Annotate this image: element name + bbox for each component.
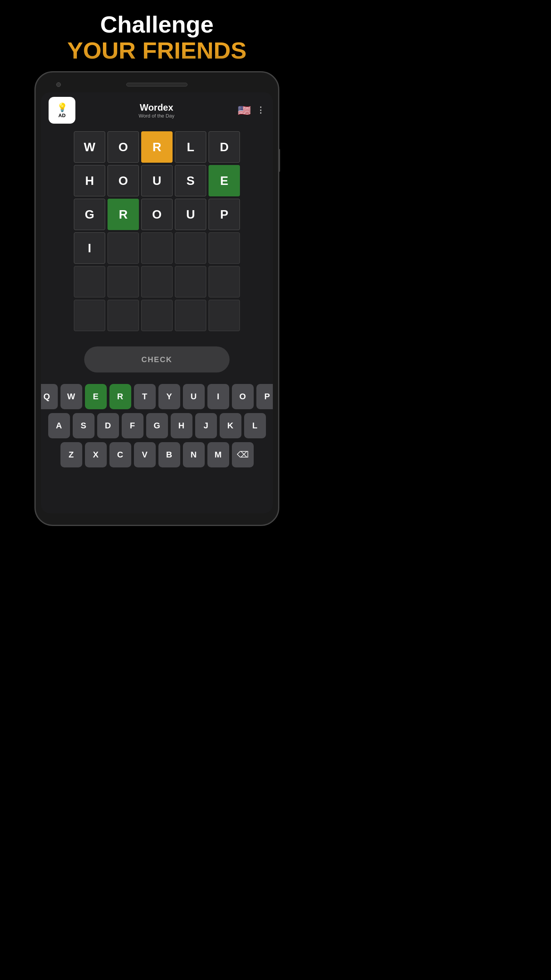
app-screen: 💡 AD Wordex Word of the Day 🇺🇸 ⋮ WORLDHO… [41, 92, 273, 513]
game-grid: WORLDHOUSEGROUPI [41, 127, 273, 335]
key-g[interactable]: G [146, 413, 168, 438]
check-button-wrap: CHECK [41, 335, 273, 380]
grid-cell-3-0: I [74, 232, 105, 264]
key-t[interactable]: T [134, 384, 156, 409]
grid-cell-5-2 [141, 300, 173, 331]
key-f[interactable]: F [122, 413, 143, 438]
app-title-block: Wordex Word of the Day [139, 102, 174, 119]
flag-icon[interactable]: 🇺🇸 [238, 104, 251, 117]
grid-row-4 [49, 266, 265, 297]
keyboard: QWERTYUIOPASDFGHJKLZXCVBNM⌫ [41, 380, 273, 479]
grid-cell-5-4 [209, 300, 240, 331]
key-v[interactable]: V [134, 442, 156, 467]
key-e[interactable]: E [85, 384, 107, 409]
key-r[interactable]: R [109, 384, 131, 409]
grid-cell-1-1: O [108, 165, 139, 196]
grid-cell-0-1: O [108, 131, 139, 163]
grid-cell-0-2: R [141, 131, 173, 163]
key-p[interactable]: P [256, 384, 273, 409]
key-x[interactable]: X [85, 442, 107, 467]
grid-cell-5-3 [175, 300, 206, 331]
grid-cell-4-3 [175, 266, 206, 297]
grid-cell-4-0 [74, 266, 105, 297]
key-a[interactable]: A [48, 413, 70, 438]
key-i[interactable]: I [207, 384, 229, 409]
grid-cell-2-0: G [74, 199, 105, 230]
key-l[interactable]: L [244, 413, 266, 438]
key-d[interactable]: D [97, 413, 119, 438]
key-s[interactable]: S [73, 413, 95, 438]
key-u[interactable]: U [183, 384, 205, 409]
grid-row-5 [49, 300, 265, 331]
key-z[interactable]: Z [60, 442, 82, 467]
grid-cell-1-4: E [209, 165, 240, 196]
key-b[interactable]: B [158, 442, 180, 467]
keyboard-row-0: QWERTYUIOP [46, 384, 268, 409]
phone-top [41, 80, 273, 92]
grid-cell-0-0: W [74, 131, 105, 163]
menu-icon[interactable]: ⋮ [256, 105, 265, 115]
key-q[interactable]: Q [41, 384, 58, 409]
grid-cell-5-1 [108, 300, 139, 331]
grid-cell-0-3: L [175, 131, 206, 163]
grid-row-2: GROUP [49, 199, 265, 230]
grid-cell-2-1: R [108, 199, 139, 230]
camera-dot [56, 82, 61, 87]
keyboard-row-1: ASDFGHJKL [46, 413, 268, 438]
grid-cell-4-4 [209, 266, 240, 297]
ad-label: AD [59, 113, 66, 118]
key-j[interactable]: J [195, 413, 217, 438]
bulb-icon: 💡 [57, 103, 67, 113]
key-c[interactable]: C [109, 442, 131, 467]
grid-cell-1-0: H [74, 165, 105, 196]
app-header: 💡 AD Wordex Word of the Day 🇺🇸 ⋮ [41, 92, 273, 127]
key-w[interactable]: W [60, 384, 82, 409]
grid-cell-3-2 [141, 232, 173, 264]
grid-cell-2-4: P [209, 199, 240, 230]
grid-cell-3-3 [175, 232, 206, 264]
promo-header: Challenge YOUR FRIENDS [67, 11, 246, 64]
grid-cell-4-2 [141, 266, 173, 297]
key-k[interactable]: K [220, 413, 241, 438]
key-m[interactable]: M [207, 442, 229, 467]
grid-cell-3-4 [209, 232, 240, 264]
check-button[interactable]: CHECK [84, 346, 230, 372]
promo-line2: YOUR FRIENDS [67, 38, 246, 64]
phone-shell: 💡 AD Wordex Word of the Day 🇺🇸 ⋮ WORLDHO… [34, 71, 279, 526]
grid-cell-4-1 [108, 266, 139, 297]
grid-cell-5-0 [74, 300, 105, 331]
speaker-bar [126, 83, 187, 87]
app-header-right: 🇺🇸 ⋮ [238, 104, 265, 117]
grid-cell-2-3: U [175, 199, 206, 230]
promo-line1: Challenge [67, 11, 246, 38]
grid-row-3: I [49, 232, 265, 264]
key-n[interactable]: N [183, 442, 205, 467]
key-y[interactable]: Y [158, 384, 180, 409]
grid-cell-2-2: O [141, 199, 173, 230]
backspace-key[interactable]: ⌫ [232, 442, 254, 467]
ad-badge: 💡 AD [49, 97, 75, 124]
keyboard-row-2: ZXCVBNM⌫ [46, 442, 268, 467]
grid-row-1: HOUSE [49, 165, 265, 196]
grid-cell-1-3: S [175, 165, 206, 196]
check-button-label: CHECK [141, 355, 172, 364]
key-o[interactable]: O [232, 384, 254, 409]
grid-cell-1-2: U [141, 165, 173, 196]
grid-cell-0-4: D [209, 131, 240, 163]
key-h[interactable]: H [171, 413, 192, 438]
grid-cell-3-1 [108, 232, 139, 264]
backspace-icon: ⌫ [237, 450, 249, 460]
app-title: Wordex [139, 102, 174, 113]
grid-row-0: WORLD [49, 131, 265, 163]
app-subtitle: Word of the Day [139, 113, 174, 119]
